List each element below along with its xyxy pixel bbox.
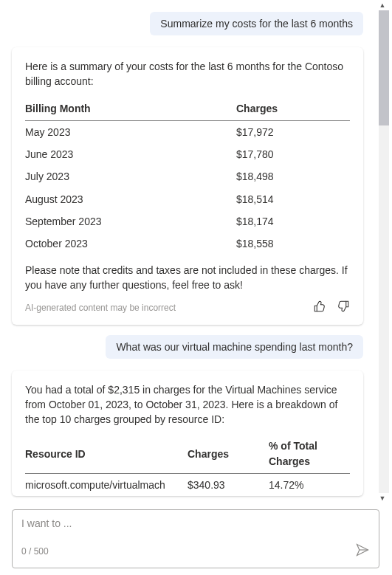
scroll-up-arrow-icon[interactable]: ▲: [376, 0, 389, 10]
table-row: May 2023$17,972: [25, 120, 350, 143]
assistant-message: Here is a summary of your costs for the …: [12, 47, 363, 325]
chat-viewport: Summarize my costs for the last 6 months…: [0, 0, 369, 503]
ai-disclaimer: AI-generated content may be incorrect: [25, 302, 176, 314]
assistant-intro-text: You had a total of $2,315 in charges for…: [25, 382, 350, 427]
send-icon[interactable]: [355, 543, 370, 560]
thumbs-up-icon[interactable]: [313, 300, 326, 317]
chat-input[interactable]: I want to ... 0 / 500: [12, 509, 379, 568]
assistant-outro-text: Please note that credits and taxes are n…: [25, 263, 350, 293]
vm-table: Resource ID Charges % of Total Charges m…: [25, 434, 350, 496]
table-row: microsoft.compute/virtualmach $340.93 14…: [25, 474, 350, 497]
col-header-resource: Resource ID: [25, 434, 188, 473]
scrollbar-track[interactable]: [379, 10, 389, 493]
user-message: Summarize my costs for the last 6 months: [150, 12, 363, 35]
col-header-charges: Charges: [236, 97, 350, 121]
user-message: What was our virtual machine spending la…: [106, 335, 363, 359]
col-header-month: Billing Month: [25, 97, 236, 121]
table-row: October 2023$18,558: [25, 233, 350, 255]
table-row: September 2023$18,174: [25, 210, 350, 233]
char-count: 0 / 500: [21, 546, 49, 557]
input-placeholder: I want to ...: [21, 517, 370, 529]
col-header-charges: Charges: [188, 434, 269, 473]
costs-table: Billing Month Charges May 2023$17,972 Ju…: [25, 97, 350, 255]
col-header-pct: % of Total Charges: [269, 434, 350, 473]
table-row: August 2023$18,514: [25, 188, 350, 210]
assistant-intro-text: Here is a summary of your costs for the …: [25, 59, 350, 89]
thumbs-down-icon[interactable]: [337, 300, 350, 317]
scrollbar-thumb[interactable]: [379, 10, 389, 125]
table-row: June 2023$17,780: [25, 143, 350, 165]
table-row: July 2023$18,498: [25, 165, 350, 187]
assistant-message: You had a total of $2,315 in charges for…: [12, 371, 363, 497]
scroll-down-arrow-icon[interactable]: ▼: [376, 493, 389, 503]
